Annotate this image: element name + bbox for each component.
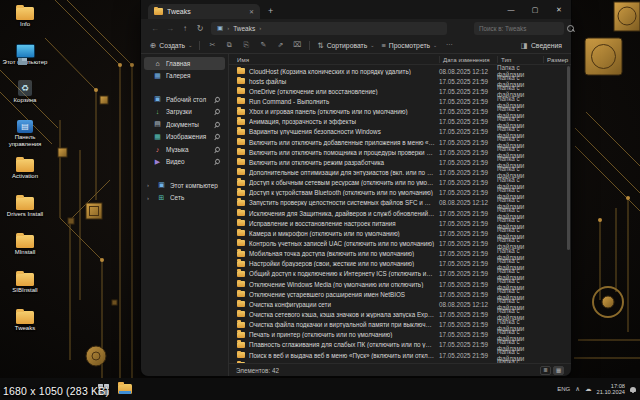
language-indicator[interactable]: ENG [557, 386, 570, 392]
toolbar-icon-button[interactable]: ⌧ [292, 41, 302, 49]
file-date: 17.05.2025 21:59 [439, 311, 497, 318]
view-icon: ≡ [381, 41, 385, 50]
folder-icon [237, 68, 245, 74]
sidebar-item-label: Загрузки [166, 108, 211, 115]
expand-chevron-icon[interactable]: › [147, 182, 153, 188]
expand-chevron-icon[interactable]: › [147, 195, 153, 201]
folder-icon [237, 342, 245, 348]
minimize-button[interactable]: — [499, 0, 523, 19]
file-date: 17.05.2025 21:59 [439, 128, 497, 135]
sidebar-item-pinned[interactable]: ▣ Рабочий стол [144, 93, 225, 106]
sidebar-item-pinned[interactable]: ▶ Видео [144, 156, 225, 169]
file-date: 17.05.2025 21:59 [439, 352, 497, 359]
taskbar-clock[interactable]: 17:08 21.10.2024 [597, 383, 625, 396]
folder-icon [16, 159, 34, 172]
sidebar-item-icon: ▣ [153, 95, 162, 103]
desktop-icon[interactable]: Info [2, 3, 48, 38]
chevron-right-icon: › [227, 25, 229, 31]
column-header-name[interactable]: Имя [237, 56, 439, 63]
sidebar-item-pinned[interactable]: ♪ Музыка [144, 143, 225, 156]
sidebar-tree-item[interactable]: › ▣ Этот компьютер [144, 179, 225, 192]
toolbar-icon-button[interactable]: ⧉ [224, 41, 234, 49]
column-header-size[interactable]: Размер [543, 56, 571, 63]
refresh-icon[interactable]: ↻ [193, 24, 207, 33]
tab-close-icon[interactable]: ✕ [249, 8, 254, 15]
sidebar-item[interactable]: ▦ Галерея [144, 70, 225, 83]
forward-icon[interactable]: → [163, 24, 177, 33]
desktop-icon[interactable]: SIBInstall [2, 269, 48, 304]
new-button[interactable]: ⊕ Создать ⌄ [150, 41, 192, 50]
file-date: 17.05.2025 21:59 [439, 321, 497, 328]
sidebar-item-label: Музыка [166, 146, 211, 153]
toolbar-icon-button[interactable]: ⎘ [241, 41, 251, 49]
search-icon [567, 25, 574, 32]
toolbar: ⊕ Создать ⌄ ✂ ⧉ ⎘ ✎ ⇗ ⌧ ⇅ Сортировать [141, 37, 571, 54]
search-input[interactable] [479, 25, 567, 32]
file-name: Очистка файла подкачки и виртуальной пам… [249, 321, 439, 328]
desktop-icon[interactable]: Drivers Install [2, 193, 48, 228]
column-header-date[interactable]: Дата изменения [439, 56, 497, 63]
address-bar: ← → ↑ ↻ ▣ › Tweaks › [141, 19, 571, 37]
cloud-icon[interactable]: ☁ [585, 385, 592, 393]
file-date: 17.05.2025 21:59 [439, 281, 497, 288]
new-tab-button[interactable]: + [268, 4, 273, 19]
file-date: 17.05.2025 21:59 [439, 169, 497, 176]
folder-icon [237, 200, 245, 206]
sidebar-item-label: Видео [166, 158, 211, 165]
control-panel-icon: ▤ [17, 120, 33, 133]
hidden-icons-chevron-icon[interactable]: ∧ [575, 385, 580, 393]
toolbar-icon-button[interactable]: ✎ [258, 41, 268, 49]
back-icon[interactable]: ← [148, 24, 162, 33]
toolbar-icon-button[interactable]: ⇗ [275, 41, 285, 49]
search-box[interactable] [474, 22, 564, 35]
folder-icon [237, 149, 245, 155]
sidebar-item[interactable]: ⌂ Главная [144, 57, 225, 70]
sort-button[interactable]: ⇅ Сортировать ⌄ [317, 41, 374, 50]
sidebar-item-pinned[interactable]: ▤ Документы [144, 118, 225, 131]
breadcrumb[interactable]: ▣ › Tweaks › [211, 22, 447, 35]
more-options-icon[interactable]: ⋯ [444, 41, 454, 49]
window-controls: — ▢ ✕ [499, 0, 571, 19]
sidebar-item-pinned[interactable]: ↓ Загрузки [144, 106, 225, 119]
sidebar-tree-item[interactable]: › ⊞ Сеть [144, 192, 225, 205]
maximize-button[interactable]: ▢ [523, 0, 547, 19]
scrollbar-thumb[interactable] [567, 66, 570, 250]
up-icon[interactable]: ↑ [178, 24, 192, 33]
view-button[interactable]: ≡ Просмотреть ⌄ [381, 41, 437, 50]
folder-icon [237, 180, 245, 186]
tab-tweaks[interactable]: Tweaks ✕ [148, 4, 260, 19]
desktop-icon[interactable]: MInstall [2, 231, 48, 266]
list-view-icon[interactable]: ≣ [540, 366, 551, 375]
desktop-icon[interactable]: Этот компьютер [2, 41, 48, 76]
file-explorer-taskbar-icon[interactable] [118, 384, 132, 394]
details-pane-button[interactable]: ◨ Сведения [521, 41, 562, 50]
folder-icon [237, 159, 245, 165]
file-name: Мобильная точка доступа (включить или по… [249, 250, 439, 257]
details-view-icon[interactable]: ▦ [553, 366, 564, 375]
chevron-down-icon: ⌄ [433, 42, 437, 48]
desktop-icon[interactable]: ▤ ▤ Панель управления [2, 117, 48, 152]
sidebar-tree: › ▣ Этот компьютер › ⊞ Сеть [141, 179, 228, 204]
desktop-icon[interactable]: ♻ ♻ Корзина [2, 79, 48, 114]
toolbar-icon-button[interactable]: ✂ [207, 41, 217, 49]
close-button[interactable]: ✕ [547, 0, 571, 19]
file-name: CloudHost (Корзина клонических и по поря… [249, 68, 439, 75]
file-date: 17.05.2025 21:59 [439, 159, 497, 166]
sidebar-item-pinned[interactable]: ▦ Изображения [144, 131, 225, 144]
file-name: Исключения для Защитника, драйверов и сл… [249, 210, 439, 217]
file-date: 08.08.2025 12:12 [439, 301, 497, 308]
breadcrumb-path[interactable]: Tweaks [233, 25, 255, 32]
file-name: Запустить проверку целостности системных… [249, 199, 439, 206]
desktop-icon-label: Корзина [14, 97, 37, 104]
recycle-bin-icon: ♻ [18, 80, 32, 96]
pin-icon [214, 108, 221, 115]
desktop-icon[interactable]: Activation [2, 155, 48, 190]
details-pane-label: Сведения [531, 42, 562, 49]
plus-circle-icon: ⊕ [150, 41, 156, 50]
pin-icon [214, 121, 221, 128]
scrollbar[interactable] [567, 66, 570, 362]
notification-bell-icon[interactable] [630, 387, 636, 392]
pin-icon [214, 146, 221, 153]
desktop-icon[interactable]: Tweaks [2, 307, 48, 342]
column-header-type[interactable]: Тип [497, 56, 543, 63]
